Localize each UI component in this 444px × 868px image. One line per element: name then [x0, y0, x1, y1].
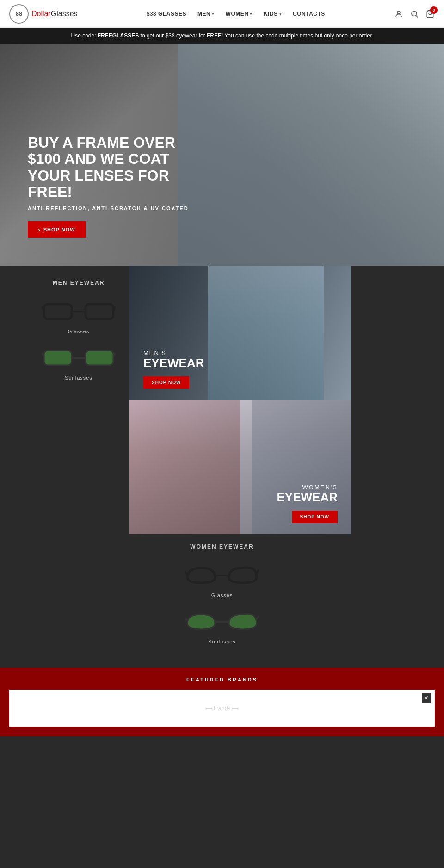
- logo-circle: 88: [9, 4, 29, 24]
- nav-label-contacts: CONTACTS: [293, 11, 325, 17]
- hero-title: BUY A FRAME OVER $100 AND WE COAT YOUR L…: [28, 135, 194, 200]
- men-glasses-image: [42, 297, 116, 325]
- mid-section: MEN EYEWEAR Glasses: [0, 266, 444, 534]
- women-eyewear-title: WOMEN EYEWEAR: [28, 543, 416, 550]
- svg-line-19: [257, 616, 259, 619]
- nav-label-38glasses: $38 GLASSES: [147, 11, 186, 17]
- men-eyewear-title: MEN EYEWEAR: [28, 280, 130, 286]
- logo-number: 88: [16, 10, 22, 17]
- promo-code: FREEGLASSES: [98, 32, 139, 39]
- promo-text-before: Use code:: [71, 32, 97, 39]
- men-sunglasses-item[interactable]: Sunlasses: [28, 343, 130, 381]
- women-banner-content: WOMEN'S EYEWEAR SHOP NOW: [130, 473, 352, 534]
- header: 88 DollarGlasses $38 GLASSES MEN ▾ WOMEN…: [0, 0, 444, 28]
- nav-item-men[interactable]: MEN ▾: [197, 11, 215, 17]
- banners-column: MEN'S EYEWEAR SHOP NOW WOMEN'S EYEWEAR S…: [130, 266, 352, 534]
- account-icon[interactable]: [394, 9, 403, 19]
- close-button[interactable]: ✕: [422, 693, 431, 703]
- women-eyewear-section: WOMEN EYEWEAR Glasses Sunlasses: [0, 534, 444, 668]
- chevron-down-icon: ▾: [250, 12, 253, 16]
- chevron-down-icon: ▾: [212, 12, 215, 16]
- men-glasses-label: Glasses: [68, 329, 90, 334]
- svg-point-1: [412, 11, 417, 16]
- women-sunglasses-label: Sunlasses: [208, 639, 236, 644]
- main-nav: $38 GLASSES MEN ▾ WOMEN ▾ KIDS ▾ CONTACT…: [147, 11, 325, 17]
- logo-dollar: Dollar: [31, 10, 51, 18]
- men-sunglasses-image: [42, 343, 116, 371]
- featured-brands-section: FEATURED BRANDS — brands — ✕: [0, 668, 444, 736]
- hero-shop-now-button[interactable]: SHOP NOW: [28, 221, 86, 238]
- header-icons: 0: [394, 9, 435, 19]
- logo[interactable]: 88 DollarGlasses: [9, 4, 78, 24]
- featured-brands-title: FEATURED BRANDS: [9, 677, 435, 682]
- men-glasses-item[interactable]: Glasses: [28, 297, 130, 334]
- men-banner-title: EYEWEAR: [143, 356, 204, 370]
- women-glasses-image: [185, 561, 259, 589]
- nav-item-contacts[interactable]: CONTACTS: [293, 11, 325, 17]
- women-sunglasses-item[interactable]: Sunlasses: [28, 607, 416, 644]
- brands-carousel: — brands — ✕: [9, 690, 435, 727]
- cart-icon[interactable]: 0: [426, 9, 435, 19]
- svg-rect-5: [86, 304, 113, 319]
- nav-label-kids: KIDS: [264, 11, 278, 17]
- women-banner-title: EYEWEAR: [143, 491, 338, 504]
- nav-item-women[interactable]: WOMEN ▾: [226, 11, 253, 17]
- women-banner-shop-button[interactable]: SHOP NOW: [292, 511, 338, 523]
- men-banner-content: MEN'S EYEWEAR SHOP NOW: [130, 338, 218, 400]
- search-icon[interactable]: [410, 9, 419, 19]
- nav-item-kids[interactable]: KIDS ▾: [264, 11, 282, 17]
- svg-line-15: [185, 571, 187, 575]
- logo-glasses: Glasses: [51, 10, 78, 18]
- men-banner-shop-button[interactable]: SHOP NOW: [143, 376, 189, 389]
- nav-label-women: WOMEN: [226, 11, 249, 17]
- women-glasses-item[interactable]: Glasses: [28, 561, 416, 598]
- svg-rect-10: [86, 350, 113, 365]
- svg-line-2: [416, 15, 418, 17]
- promo-text-after: to get our $38 eyewear for FREE! You can…: [139, 32, 373, 39]
- svg-line-18: [185, 618, 187, 621]
- men-sunglasses-label: Sunlasses: [65, 375, 92, 381]
- svg-rect-9: [44, 350, 72, 365]
- svg-rect-4: [44, 304, 72, 319]
- brands-placeholder: — brands —: [206, 705, 237, 712]
- women-banner-subtitle: WOMEN'S: [143, 484, 338, 491]
- hero-content: BUY A FRAME OVER $100 AND WE COAT YOUR L…: [0, 116, 222, 266]
- men-eyewear-section: MEN EYEWEAR Glasses: [0, 266, 130, 534]
- women-sunglasses-image: [185, 607, 259, 635]
- promo-banner: Use code: FREEGLASSES to get our $38 eye…: [0, 28, 444, 44]
- nav-label-men: MEN: [197, 11, 210, 17]
- men-banner: MEN'S EYEWEAR SHOP NOW: [130, 266, 352, 400]
- chevron-down-icon: ▾: [279, 12, 282, 16]
- hero-subtitle: ANTI-REFLECTION, ANTI-SCRATCH & UV COATE…: [28, 206, 194, 211]
- women-glasses-label: Glasses: [211, 593, 233, 598]
- hero-section: BUY A FRAME OVER $100 AND WE COAT YOUR L…: [0, 44, 444, 266]
- cart-count: 0: [430, 6, 438, 14]
- women-banner: WOMEN'S EYEWEAR SHOP NOW: [130, 400, 352, 534]
- logo-brand: DollarGlasses: [31, 10, 78, 18]
- svg-point-0: [397, 11, 400, 14]
- nav-item-38glasses[interactable]: $38 GLASSES: [147, 11, 186, 17]
- svg-line-16: [257, 569, 259, 573]
- men-banner-subtitle: MEN'S: [143, 350, 204, 356]
